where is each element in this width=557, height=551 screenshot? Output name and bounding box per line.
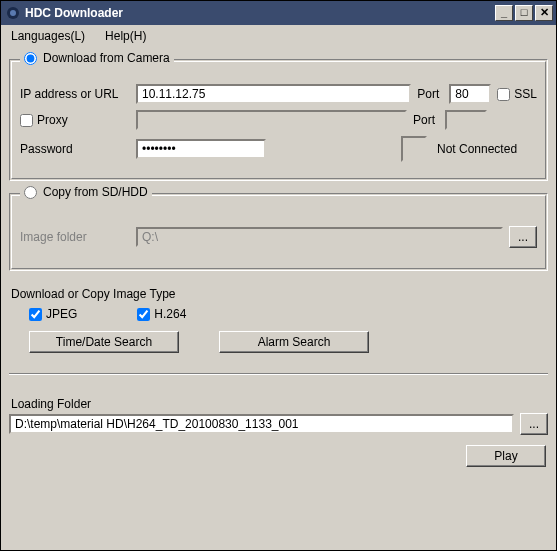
loading-section: Loading Folder ... Play (9, 387, 548, 467)
proxy-checkbox-wrap[interactable]: Proxy (20, 113, 130, 127)
port-label: Port (417, 87, 443, 101)
window-title: HDC Downloader (25, 6, 495, 20)
client-area: Download from Camera IP address or URL P… (1, 47, 556, 550)
radio-sd[interactable] (24, 186, 37, 199)
image-folder-input (136, 227, 503, 247)
camera-group-legend[interactable]: Download from Camera (20, 51, 174, 65)
close-button[interactable]: ✕ (535, 5, 553, 21)
password-label: Password (20, 142, 130, 156)
sd-group: Copy from SD/HDD Image folder ... (9, 193, 548, 271)
camera-legend-text: Download from Camera (43, 51, 170, 65)
proxy-port-input (445, 110, 487, 130)
radio-camera[interactable] (24, 52, 37, 65)
status-indicator-icon (401, 136, 427, 162)
maximize-button[interactable]: □ (515, 5, 533, 21)
menu-languages[interactable]: Languages(L) (7, 27, 89, 45)
sd-group-legend[interactable]: Copy from SD/HDD (20, 185, 152, 199)
loading-heading: Loading Folder (11, 397, 548, 411)
divider (9, 373, 548, 375)
ip-input[interactable] (136, 84, 411, 104)
type-heading: Download or Copy Image Type (11, 287, 548, 301)
jpeg-checkbox[interactable] (29, 308, 42, 321)
loading-folder-input[interactable] (9, 414, 514, 434)
camera-group: Download from Camera IP address or URL P… (9, 59, 548, 181)
status-text: Not Connected (437, 142, 537, 156)
menu-help[interactable]: Help(H) (101, 27, 150, 45)
proxy-input (136, 110, 407, 130)
port-input[interactable] (449, 84, 491, 104)
titlebar: HDC Downloader _ □ ✕ (1, 1, 556, 25)
h264-checkbox[interactable] (137, 308, 150, 321)
play-button[interactable]: Play (466, 445, 546, 467)
time-date-search-button[interactable]: Time/Date Search (29, 331, 179, 353)
app-window: HDC Downloader _ □ ✕ Languages(L) Help(H… (0, 0, 557, 551)
loading-folder-browse-button[interactable]: ... (520, 413, 548, 435)
minimize-button[interactable]: _ (495, 5, 513, 21)
jpeg-checkbox-wrap[interactable]: JPEG (29, 307, 77, 321)
ip-label: IP address or URL (20, 87, 130, 101)
image-folder-browse-button[interactable]: ... (509, 226, 537, 248)
ssl-checkbox-wrap[interactable]: SSL (497, 87, 537, 101)
proxy-port-label: Port (413, 113, 439, 127)
sd-legend-text: Copy from SD/HDD (43, 185, 148, 199)
proxy-label: Proxy (37, 113, 68, 127)
ssl-checkbox[interactable] (497, 88, 510, 101)
image-folder-label: Image folder (20, 230, 130, 244)
ssl-label: SSL (514, 87, 537, 101)
h264-label: H.264 (154, 307, 186, 321)
type-section: Download or Copy Image Type JPEG H.264 T… (9, 277, 548, 361)
jpeg-label: JPEG (46, 307, 77, 321)
svg-point-1 (10, 10, 16, 16)
menubar: Languages(L) Help(H) (1, 25, 556, 47)
h264-checkbox-wrap[interactable]: H.264 (137, 307, 186, 321)
password-input[interactable] (136, 139, 266, 159)
alarm-search-button[interactable]: Alarm Search (219, 331, 369, 353)
app-icon (5, 5, 21, 21)
proxy-checkbox[interactable] (20, 114, 33, 127)
